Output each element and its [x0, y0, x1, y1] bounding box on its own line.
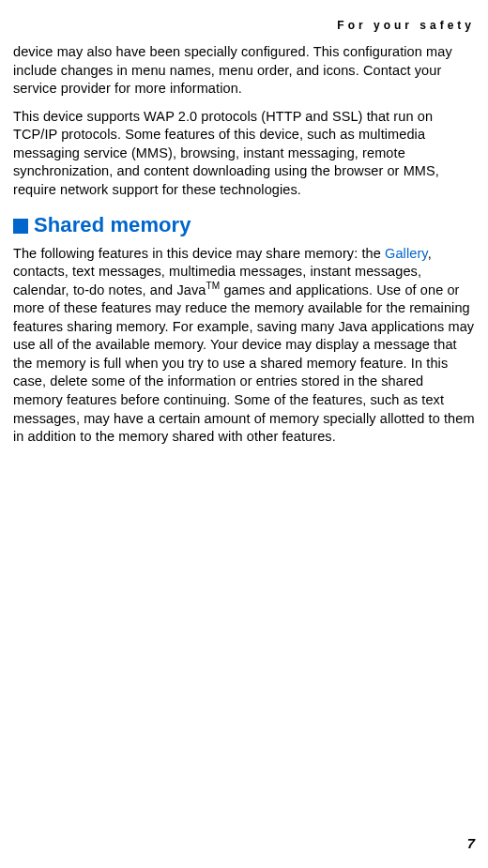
header-title: For your safety [337, 19, 475, 32]
section-heading: Shared memory [13, 213, 475, 237]
section-body-part3: games and applications. Use of one or mo… [13, 282, 475, 445]
section-bullet-icon [13, 219, 28, 234]
gallery-link[interactable]: Gallery [385, 246, 428, 261]
section-body-part1: The following features in this device ma… [13, 246, 385, 261]
page-header: For your safety [13, 0, 475, 43]
section-body: The following features in this device ma… [13, 245, 475, 447]
body-paragraph-2: This device supports WAP 2.0 protocols (… [13, 108, 475, 200]
trademark-symbol: TM [206, 281, 220, 291]
body-paragraph-1: device may also have been specially conf… [13, 43, 475, 99]
section-title: Shared memory [34, 213, 191, 237]
page-number: 7 [467, 835, 475, 851]
